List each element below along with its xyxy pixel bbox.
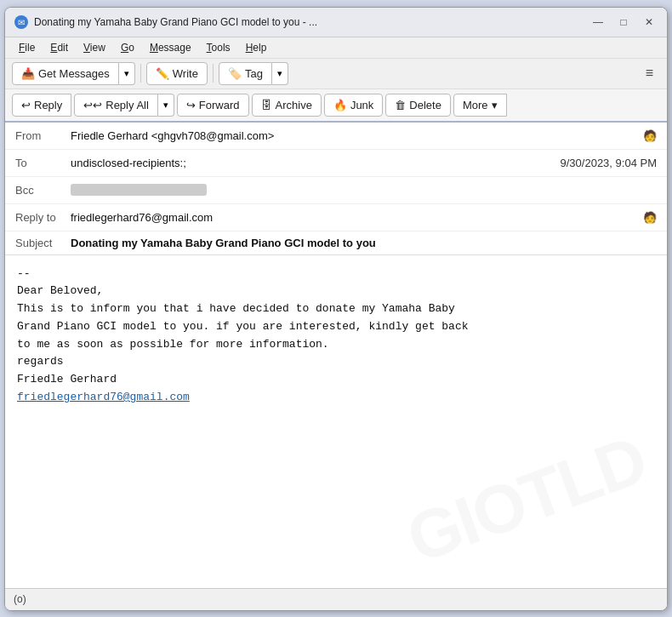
from-value: Friedle Gerhard <ghgvh708@gmail.com> [71, 129, 638, 142]
body-line-7: Friedle Gerhard [17, 371, 655, 389]
body-line-4: Grand Piano GCI model to you. if you are… [17, 318, 655, 336]
junk-button[interactable]: 🔥 Junk [324, 94, 383, 117]
reply-button[interactable]: ↩ Reply [12, 94, 71, 117]
window-controls: — □ ✕ [589, 13, 658, 31]
menu-view[interactable]: View [77, 39, 112, 56]
reply-all-dropdown[interactable]: ▾ [158, 94, 174, 117]
tag-dropdown[interactable]: ▾ [272, 62, 288, 85]
get-messages-icon: 📥 [21, 67, 35, 80]
title-bar-left: ✉ Donating my Yamaha Baby Grand Piano GC… [14, 14, 317, 30]
reply-icon: ↩ [21, 99, 31, 111]
toolbar: 📥 Get Messages ▾ ✏️ Write 🏷️ Tag ▾ ≡ [5, 59, 667, 89]
tag-icon: 🏷️ [228, 67, 242, 80]
menu-bar: File Edit View Go Message Tools Help [5, 37, 667, 59]
to-value: undisclosed-recipients:; [71, 157, 561, 169]
from-account-icon: 🧑 [643, 129, 657, 142]
get-messages-label: Get Messages [38, 67, 110, 80]
get-messages-button[interactable]: 📥 Get Messages [12, 62, 119, 85]
email-header: From Friedle Gerhard <ghgvh708@gmail.com… [5, 123, 667, 255]
forward-label: Forward [199, 99, 240, 111]
write-label: Write [173, 67, 198, 80]
menu-message[interactable]: Message [143, 39, 198, 56]
menu-file[interactable]: File [12, 39, 42, 56]
from-row: From Friedle Gerhard <ghgvh708@gmail.com… [5, 123, 667, 150]
write-button[interactable]: ✏️ Write [146, 62, 208, 85]
email-body: GIOTLD -- Dear Beloved, This is to infor… [5, 255, 667, 588]
menu-tools[interactable]: Tools [200, 39, 237, 56]
archive-label: Archive [276, 99, 312, 111]
delete-label: Delete [409, 99, 441, 111]
svg-text:✉: ✉ [18, 18, 25, 27]
forward-button[interactable]: ↪ Forward [177, 94, 249, 117]
archive-button[interactable]: 🗄 Archive [252, 94, 322, 117]
more-button[interactable]: More ▾ [453, 94, 507, 117]
forward-icon: ↪ [186, 99, 196, 111]
body-line-2: Dear Beloved, [17, 283, 655, 300]
body-link-line: friedlegerhard76@gmail.com [17, 389, 655, 407]
window-title: Donating my Yamaha Baby Grand Piano GCI … [34, 16, 317, 28]
delete-button[interactable]: 🗑 Delete [385, 94, 451, 117]
bcc-label: Bcc [15, 184, 71, 197]
bcc-row: Bcc [5, 177, 667, 204]
bcc-value [71, 184, 207, 196]
junk-label: Junk [350, 99, 373, 111]
app-icon: ✉ [14, 14, 29, 30]
title-bar: ✉ Donating my Yamaha Baby Grand Piano GC… [5, 8, 667, 37]
body-line-5: to me as soon as possible for more infor… [17, 336, 655, 354]
toolbar-divider-2 [213, 64, 214, 83]
status-bar: (o) [5, 588, 667, 610]
watermark: GIOTLD [392, 406, 661, 588]
to-label: To [15, 157, 71, 169]
menu-go[interactable]: Go [114, 39, 141, 56]
reply-all-icon: ↩↩ [83, 99, 102, 111]
hamburger-button[interactable]: ≡ [639, 62, 660, 84]
reply-label: Reply [34, 99, 62, 111]
more-group: More ▾ [453, 94, 507, 117]
more-chevron-icon: ▾ [492, 99, 498, 111]
get-messages-dropdown[interactable]: ▾ [119, 62, 135, 85]
to-row: To undisclosed-recipients:; 9/30/2023, 9… [5, 150, 667, 177]
junk-icon: 🔥 [333, 99, 347, 111]
body-line-6: regards [17, 353, 655, 371]
tag-label: Tag [245, 67, 263, 80]
menu-help[interactable]: Help [239, 39, 274, 56]
close-button[interactable]: ✕ [640, 13, 658, 31]
archive-icon: 🗄 [261, 99, 272, 111]
status-icon: (o) [14, 593, 26, 605]
reply-group: ↩ Reply [12, 94, 71, 117]
subject-row: Subject Donating my Yamaha Baby Grand Pi… [5, 231, 667, 254]
maximize-button[interactable]: □ [614, 13, 633, 31]
toolbar-divider-1 [140, 64, 141, 83]
body-line-1: -- [17, 266, 655, 283]
subject-value: Donating my Yamaha Baby Grand Piano GCI … [71, 237, 376, 249]
more-label: More [463, 99, 488, 111]
from-label: From [15, 129, 71, 142]
reply-to-row: Reply to friedlegerhard76@gmail.com 🧑 [5, 204, 667, 231]
reply-to-value: friedlegerhard76@gmail.com [71, 211, 638, 224]
reply-all-label: Reply All [105, 99, 149, 111]
date-value: 9/30/2023, 9:04 PM [561, 157, 657, 169]
tag-group: 🏷️ Tag ▾ [219, 62, 288, 85]
tag-button[interactable]: 🏷️ Tag [219, 62, 272, 85]
reply-to-label: Reply to [15, 211, 71, 224]
reply-all-group: ↩↩ Reply All ▾ [74, 94, 174, 117]
get-messages-group: 📥 Get Messages ▾ [12, 62, 135, 85]
delete-icon: 🗑 [395, 99, 406, 111]
body-email-link[interactable]: friedlegerhard76@gmail.com [17, 391, 190, 403]
email-window: ✉ Donating my Yamaha Baby Grand Piano GC… [4, 7, 668, 611]
subject-label: Subject [15, 237, 71, 249]
write-icon: ✏️ [156, 67, 169, 80]
reply-all-button[interactable]: ↩↩ Reply All [74, 94, 158, 117]
minimize-button[interactable]: — [589, 13, 607, 31]
action-bar: ↩ Reply ↩↩ Reply All ▾ ↪ Forward 🗄 Archi… [5, 89, 667, 123]
body-line-3: This is to inform you that i have decide… [17, 300, 655, 318]
menu-edit[interactable]: Edit [43, 39, 75, 56]
reply-to-account-icon: 🧑 [643, 211, 657, 224]
